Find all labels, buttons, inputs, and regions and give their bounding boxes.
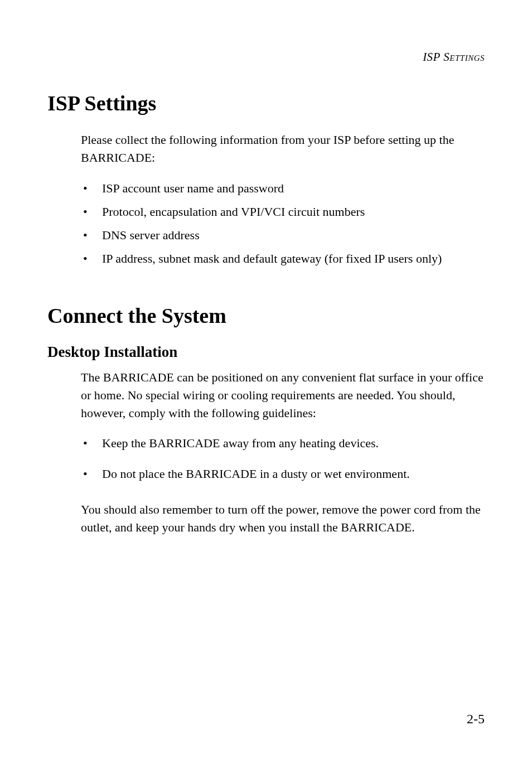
subsection-heading-desktop-installation: Desktop Installation xyxy=(47,344,485,361)
desktop-bullet-list: • Keep the BARRICADE away from any heati… xyxy=(81,434,485,483)
desktop-closing-paragraph: You should also remember to turn off the… xyxy=(81,501,485,536)
bullet-icon: • xyxy=(81,226,102,244)
page-number: 2-5 xyxy=(467,712,485,727)
bullet-icon: • xyxy=(81,465,102,483)
bullet-text: IP address, subnet mask and default gate… xyxy=(102,249,485,268)
list-item: • IP address, subnet mask and default ga… xyxy=(81,249,485,268)
running-header: ISP Settings xyxy=(47,50,485,64)
bullet-icon: • xyxy=(81,179,102,197)
list-item: • Keep the BARRICADE away from any heati… xyxy=(81,434,485,452)
list-item: • Do not place the BARRICADE in a dusty … xyxy=(81,465,485,483)
bullet-icon: • xyxy=(81,434,102,452)
bullet-icon: • xyxy=(81,202,102,221)
bullet-text: ISP account user name and password xyxy=(102,179,485,197)
section-heading-connect-system: Connect the System xyxy=(47,303,485,328)
bullet-text: DNS server address xyxy=(102,226,485,244)
desktop-intro-paragraph: The BARRICADE can be positioned on any c… xyxy=(81,369,485,422)
list-item: • DNS server address xyxy=(81,226,485,244)
bullet-text: Protocol, encapsulation and VPI/VCI circ… xyxy=(102,202,485,221)
bullet-text: Do not place the BARRICADE in a dusty or… xyxy=(102,465,485,483)
list-item: • ISP account user name and password xyxy=(81,179,485,197)
isp-intro-paragraph: Please collect the following information… xyxy=(81,131,485,167)
section-heading-isp-settings: ISP Settings xyxy=(47,91,485,115)
bullet-text: Keep the BARRICADE away from any heating… xyxy=(102,434,485,452)
list-item: • Protocol, encapsulation and VPI/VCI ci… xyxy=(81,202,485,221)
isp-bullet-list: • ISP account user name and password • P… xyxy=(81,179,485,268)
bullet-icon: • xyxy=(81,249,102,268)
